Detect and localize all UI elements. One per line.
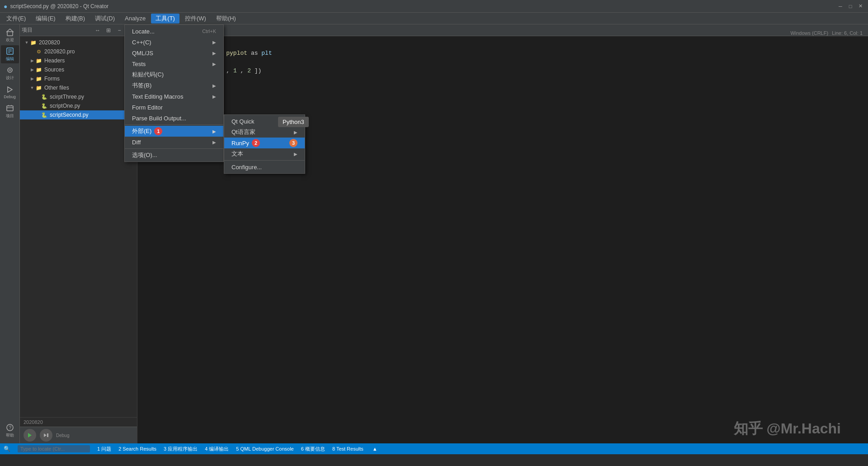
sidebar-label-project: 项目 <box>6 113 14 119</box>
tree-item-scriptsecond[interactable]: ▶ 🐍 scriptSecond.py <box>20 110 137 119</box>
status-problems[interactable]: 1 问题 <box>97 446 111 452</box>
tree-arrow-headers: ▶ <box>29 57 35 64</box>
separator-2 <box>125 148 223 149</box>
status-expand-icon[interactable]: ▲ <box>373 446 377 452</box>
editor-status-line: Line: 6, Col: 1 <box>832 30 863 36</box>
submenu-separator <box>224 160 305 161</box>
folder-icon-headers: 📁 <box>35 57 42 64</box>
menu-diff[interactable]: Diff ▶ <box>125 137 223 147</box>
tree-item-other-files[interactable]: ▼ 📁 Other files <box>20 83 137 92</box>
submenu-text-arrow: ▶ <box>294 152 297 157</box>
menu-form-editor[interactable]: Form Editor <box>125 102 223 113</box>
status-summary[interactable]: 6 概要信息 <box>301 446 325 452</box>
status-compile-output[interactable]: 4 编译输出 <box>205 446 229 452</box>
svg-marker-7 <box>8 87 12 92</box>
tree-item-scriptone[interactable]: ▶ 🐍 scriptOne.py <box>20 101 137 110</box>
tree-label-other-files: Other files <box>44 85 69 91</box>
status-app-output[interactable]: 3 应用程序输出 <box>164 446 198 452</box>
status-problems-text: 1 问题 <box>97 446 111 452</box>
submenu-runpy[interactable]: RunPy 2 3 <box>224 138 305 148</box>
submenu-qt-linguist[interactable]: Qt语言家 ▶ <box>224 127 305 138</box>
sidebar-item-edit[interactable]: 编辑 <box>1 45 19 63</box>
help-icon: ? <box>6 423 14 432</box>
submenu-qt-quick-label: Qt Quick <box>231 118 255 125</box>
tools-dropdown: Locate... Ctrl+K C++(C) ▶ QML/JS ▶ Tests… <box>124 24 224 162</box>
menu-file[interactable]: 文件(E) <box>2 14 30 24</box>
sidebar-item-design[interactable]: 设计 <box>1 64 19 82</box>
menu-tests[interactable]: Tests ▶ <box>125 58 223 69</box>
menu-analyze[interactable]: Analyze <box>120 14 150 24</box>
code-line-5 <box>159 75 864 84</box>
menu-external[interactable]: 外部(E) 1 ▶ <box>125 126 223 137</box>
status-search-results[interactable]: 2 Search Results <box>118 446 156 452</box>
status-qml-debugger-text: 5 QML Debugger Console <box>236 446 293 452</box>
panel-filter-button[interactable]: ⊞ <box>104 26 113 35</box>
editor-status-windows: Windows (CRLF) <box>790 30 828 36</box>
tree-item-2020820[interactable]: ▼ 📁 2020820 <box>20 38 137 47</box>
submenu-configure[interactable]: Configure... <box>224 162 305 172</box>
svg-point-6 <box>9 69 11 71</box>
status-test-results[interactable]: 8 Test Results <box>332 446 363 452</box>
tree-label-scriptone: scriptOne.py <box>50 103 80 109</box>
status-qml-debugger[interactable]: 5 QML Debugger Console <box>236 446 293 452</box>
minimize-button[interactable]: ─ <box>836 2 844 10</box>
step-button[interactable] <box>40 429 52 442</box>
sidebar-item-help[interactable]: ? 帮助 <box>1 422 19 440</box>
status-search-icon[interactable]: 🔍 <box>4 446 10 452</box>
code-line-3 <box>159 57 864 67</box>
menu-options[interactable]: 选项(O)... <box>125 150 223 161</box>
run-button[interactable] <box>24 429 36 442</box>
sidebar-item-debug[interactable]: Debug <box>1 83 19 101</box>
edit-icon <box>6 47 14 55</box>
debug-icon <box>6 86 14 94</box>
menu-widgets[interactable]: 控件(W) <box>180 14 211 24</box>
panel-collapse-button[interactable]: − <box>114 26 124 35</box>
menu-tools[interactable]: 工具(T) <box>151 14 179 24</box>
menu-build[interactable]: 构建(B) <box>61 14 90 24</box>
status-summary-text: 6 概要信息 <box>301 446 325 452</box>
project-icon <box>6 104 14 112</box>
window-title: scriptSecond.py @ 2020820 - Qt Creator <box>10 3 108 10</box>
menu-text-macros[interactable]: Text Editing Macros ▶ <box>125 91 223 102</box>
submenu-runpy-label: RunPy <box>231 140 249 147</box>
svg-point-5 <box>8 68 12 72</box>
editor-tabs: scriptSecond.py ✕ Windows (CRLF) Line: 6… <box>137 24 868 36</box>
sidebar-item-welcome[interactable]: 欢迎 <box>1 26 19 44</box>
sidebar-label-debug: Debug <box>4 95 16 99</box>
svg-marker-12 <box>44 433 47 437</box>
menu-help[interactable]: 帮助(H) <box>212 14 241 24</box>
panel-sync-button[interactable]: ↔ <box>93 26 103 35</box>
svg-text:?: ? <box>9 425 11 430</box>
sidebar-label-help: 帮助 <box>6 433 14 438</box>
menu-edit[interactable]: 编辑(E) <box>31 14 60 24</box>
run-play-icon <box>27 433 33 438</box>
tree-label-scriptsecond: scriptSecond.py <box>50 112 88 118</box>
close-button[interactable]: ✕ <box>856 2 864 10</box>
sidebar-item-project[interactable]: 项目 <box>1 102 19 120</box>
menu-bookmarks[interactable]: 书签(B) ▶ <box>125 80 223 91</box>
menu-diff-label: Diff <box>132 139 141 146</box>
menu-locate[interactable]: Locate... Ctrl+K <box>125 26 223 37</box>
menu-parse-build[interactable]: Parse Build Output... <box>125 113 223 124</box>
code-content[interactable]: import matplotlib. pyplot as plt plt . s… <box>156 36 868 443</box>
sidebar-label-edit: 编辑 <box>6 56 14 62</box>
submenu-text[interactable]: 文本 ▶ <box>224 148 305 159</box>
svg-rect-13 <box>47 433 48 437</box>
menu-qmljs[interactable]: QML/JS ▶ <box>125 48 223 58</box>
menu-debug[interactable]: 调试(D) <box>90 14 119 24</box>
run-section-label: 2020820 <box>24 419 43 425</box>
project-panel-top: 项目 ↔ ⊞ − ✕ <box>20 24 137 36</box>
locate-input[interactable] <box>18 445 90 452</box>
tree-item-sources[interactable]: ▶ 📁 Sources <box>20 65 137 74</box>
maximize-button[interactable]: □ <box>846 2 854 10</box>
tree-item-scriptthree[interactable]: ▶ 🐍 scirptThree.py <box>20 92 137 101</box>
svg-marker-11 <box>28 433 32 437</box>
editor-area: scriptSecond.py ✕ Windows (CRLF) Line: 6… <box>137 24 868 443</box>
tree-item-forms[interactable]: ▶ 📁 Forms <box>20 74 137 83</box>
menu-paste-code[interactable]: 粘贴代码(C) <box>125 69 223 80</box>
menu-cpp[interactable]: C++(C) ▶ <box>125 37 223 48</box>
code-line-4: plt . subplot ([ 2 , 1 , 2 ]) <box>159 67 864 76</box>
menu-qmljs-label: QML/JS <box>132 50 153 57</box>
tree-item-pro[interactable]: ▶ ⚙ 2020820.pro <box>20 47 137 56</box>
tree-item-headers[interactable]: ▶ 📁 Headers <box>20 56 137 65</box>
